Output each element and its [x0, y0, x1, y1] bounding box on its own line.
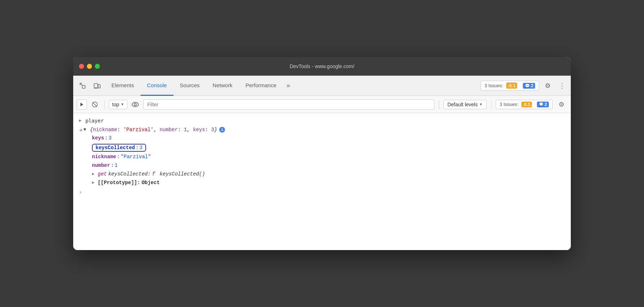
tab-elements[interactable]: Elements — [105, 76, 141, 96]
settings-icon[interactable]: ⚙ — [542, 80, 553, 92]
svg-line-6 — [93, 102, 97, 107]
traffic-lights — [79, 64, 100, 69]
console-toolbar: top ▼ Default levels ▼ 3 Issues: ⚠ 1 — [73, 96, 571, 113]
svg-marker-4 — [80, 103, 83, 106]
keyscollected-prop-value: 3 — [140, 145, 142, 151]
number-property-row: number : 1 — [79, 161, 565, 170]
getter-keyword: get — [98, 171, 107, 177]
more-options-icon[interactable]: ⋮ — [556, 80, 568, 92]
console-prompt-row[interactable]: › — [79, 187, 565, 197]
toolbar-issues-counter[interactable]: 3 Issues: ⚠ 1 💬 2 — [496, 100, 553, 109]
object-preview: {nickname: 'Parzival', number: 1, keys: … — [90, 127, 217, 133]
number-prop-value: 1 — [115, 163, 118, 168]
getter-row: ▶ get keysCollected: f keysCollected() — [79, 170, 565, 179]
minimize-button[interactable] — [87, 64, 92, 69]
console-settings-icon[interactable]: ⚙ — [556, 99, 567, 110]
window-title: DevTools - www.google.com/ — [290, 63, 354, 69]
nickname-prop-value: "Parzival" — [121, 154, 151, 160]
tab-sources[interactable]: Sources — [173, 76, 206, 96]
context-selector-arrow: ▼ — [120, 102, 124, 106]
filter-input[interactable] — [143, 99, 434, 110]
toolbar-separator — [104, 100, 105, 109]
prototype-row: ▶ [[Prototype]]: Object — [79, 179, 565, 187]
keyscollected-prop-name: keysCollected — [96, 145, 135, 151]
info-badge: 💬 2 — [523, 83, 535, 89]
title-bar: DevTools - www.google.com/ — [73, 57, 571, 76]
issues-counter[interactable]: 3 Issues: ⚠ 1 💬 2 — [481, 81, 539, 90]
object-row: ◀ ▼ {nickname: 'Parzival', number: 1, ke… — [79, 125, 565, 134]
keys-prop-value: 3 — [109, 135, 111, 141]
device-mode-icon[interactable] — [91, 79, 103, 92]
clear-errors-button[interactable] — [90, 99, 100, 110]
devtools-window: DevTools - www.google.com/ Elements Cons… — [73, 57, 571, 250]
keys-prop-name: keys — [92, 135, 104, 141]
expand-getter-arrow[interactable]: ▶ — [92, 171, 96, 177]
close-button[interactable] — [79, 64, 84, 69]
prototype-value: Object — [142, 180, 160, 186]
tab-performance[interactable]: Performance — [239, 76, 283, 96]
toolbar-warn-badge: ⚠ 1 — [521, 102, 532, 107]
console-content: ▶ player ◀ ▼ {nickname: 'Parzival', numb… — [73, 113, 571, 250]
keys-property-row: keys : 3 — [79, 134, 565, 143]
tab-actions: 3 Issues: ⚠ 1 💬 2 ⚙ ⋮ — [481, 80, 568, 92]
keyscollected-property-row: keysCollected : 3 — [79, 143, 565, 153]
expand-player-arrow[interactable]: ▶ — [79, 118, 83, 123]
collapse-object-arrow[interactable]: ▼ — [83, 127, 88, 132]
maximize-button[interactable] — [95, 64, 100, 69]
more-tabs-button[interactable]: » — [283, 82, 294, 89]
expand-prototype-arrow[interactable]: ▶ — [92, 180, 96, 185]
prototype-label: [[Prototype]]: — [98, 180, 140, 186]
context-selector[interactable]: top ▼ — [109, 100, 127, 109]
getter-label: keysCollected: — [108, 171, 151, 177]
live-expressions-button[interactable] — [130, 99, 140, 110]
toolbar-separator-2 — [439, 100, 439, 109]
inspector-icon[interactable] — [76, 79, 89, 92]
getter-func: f keysCollected() — [152, 171, 205, 177]
tab-console[interactable]: Console — [141, 76, 173, 96]
keyscollected-highlight: keysCollected : 3 — [92, 144, 146, 152]
log-levels-selector[interactable]: Default levels ▼ — [444, 100, 487, 109]
player-row: ▶ player — [79, 117, 565, 125]
svg-point-8 — [134, 103, 136, 106]
nickname-prop-name: nickname — [92, 154, 116, 160]
warn-badge: ⚠ 1 — [506, 83, 517, 89]
devtools-tab-bar: Elements Console Sources Network Perform… — [73, 76, 571, 96]
log-levels-arrow: ▼ — [479, 102, 483, 106]
svg-point-7 — [132, 102, 138, 107]
number-prop-name: number — [92, 163, 110, 168]
player-label: player — [85, 118, 104, 124]
svg-rect-0 — [82, 85, 85, 88]
nickname-property-row: nickname : "Parzival" — [79, 153, 565, 161]
toolbar-separator-3 — [491, 100, 491, 109]
prompt-arrow: › — [79, 190, 82, 195]
tab-network[interactable]: Network — [206, 76, 239, 96]
object-info-icon[interactable]: i — [219, 127, 225, 133]
run-script-button[interactable] — [77, 99, 87, 110]
back-navigation-icon[interactable]: ◀ — [79, 127, 82, 133]
toolbar-info-badge: 💬 2 — [537, 102, 549, 107]
svg-rect-2 — [98, 85, 100, 88]
